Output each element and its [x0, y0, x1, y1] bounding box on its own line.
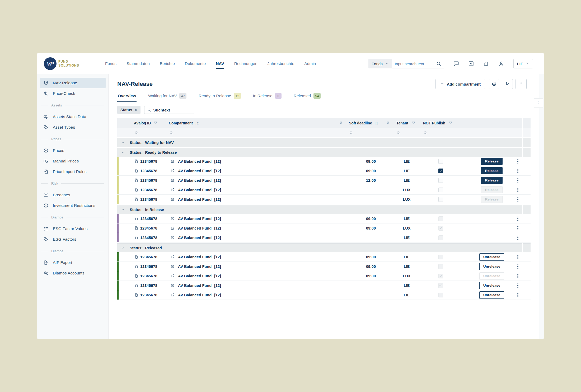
column-search-not_publish[interactable] — [420, 128, 461, 137]
row-menu-button[interactable] — [516, 225, 520, 231]
search-scope-select[interactable]: Fonds — [368, 59, 392, 68]
column-search-tenant[interactable] — [393, 128, 420, 137]
nav-item-fonds[interactable]: Fonds — [105, 61, 116, 66]
external-link-icon[interactable] — [170, 264, 175, 269]
filter-funnel-icon[interactable] — [448, 121, 453, 125]
copy-icon[interactable] — [134, 235, 138, 240]
nav-item-rechnungen[interactable]: Rechnungen — [234, 61, 257, 66]
row-menu-button[interactable] — [516, 292, 520, 298]
nav-item-stammdaten[interactable]: Stammdaten — [126, 61, 150, 66]
global-search-input[interactable] — [395, 62, 432, 66]
header-cell-not_publish[interactable]: NOT Publish — [420, 118, 461, 128]
external-link-icon[interactable] — [170, 255, 175, 259]
external-link-icon[interactable] — [170, 178, 175, 183]
not-publish-checkbox[interactable] — [438, 159, 443, 164]
chevron-down-icon[interactable] — [121, 141, 125, 144]
external-link-icon[interactable] — [170, 188, 175, 192]
external-link-icon[interactable] — [170, 197, 175, 202]
more-button[interactable] — [516, 79, 527, 89]
column-search-soft_deadline[interactable] — [346, 128, 393, 137]
tab-released[interactable]: Released54 — [293, 91, 321, 102]
chevron-down-icon[interactable] — [121, 151, 125, 154]
header-cell-compartment[interactable]: Compartment↓2 — [167, 118, 346, 128]
group-row-in-release[interactable]: Status:In Release — [117, 205, 531, 214]
file-upload-icon[interactable] — [468, 60, 474, 67]
search-icon[interactable] — [436, 61, 441, 66]
row-menu-button[interactable] — [516, 178, 520, 183]
status-filter-chip[interactable]: Status — [117, 106, 140, 114]
column-search-avaloq_id[interactable] — [132, 128, 167, 137]
header-cell-soft_deadline[interactable]: Soft deadline↓1 — [346, 118, 393, 128]
release-button[interactable]: Release — [481, 167, 503, 174]
copy-icon[interactable] — [134, 255, 138, 259]
copy-icon[interactable] — [134, 169, 138, 173]
header-cell-avaloq_id[interactable]: Avaloq ID — [132, 118, 167, 128]
unrelease-button[interactable]: Unrelease — [479, 253, 504, 261]
sidebar-item-diamos-accounts[interactable]: Diamos Accounts — [40, 268, 106, 278]
vp-fund-solutions-logo[interactable]: VP FUND SOLUTIONS — [44, 57, 79, 70]
filter-funnel-icon[interactable] — [153, 121, 158, 125]
sidebar-item-investment-restrictions[interactable]: Investment Restrictions — [40, 200, 106, 211]
row-menu-button[interactable] — [516, 264, 520, 269]
copy-icon[interactable] — [134, 188, 138, 192]
add-compartment-button[interactable]: Add compartment — [435, 79, 485, 89]
row-menu-button[interactable] — [516, 187, 520, 193]
row-menu-button[interactable] — [516, 235, 520, 241]
chevron-down-icon[interactable] — [121, 246, 125, 250]
close-icon[interactable] — [134, 108, 138, 112]
group-row-waiting-for-nav[interactable]: Status:Waiting for NAV — [117, 138, 531, 147]
group-row-released[interactable]: Status:Released — [117, 243, 531, 252]
unrelease-button[interactable]: Unrelease — [479, 282, 504, 289]
header-cell-tenant[interactable]: Tenant — [393, 118, 420, 128]
external-link-icon[interactable] — [170, 283, 175, 288]
not-publish-checkbox[interactable] — [438, 178, 443, 183]
sidebar-item-esg-factors[interactable]: ESG Factors — [40, 234, 106, 245]
sidebar-item-asset-types[interactable]: Asset Types — [40, 122, 106, 133]
tenant-select-button[interactable]: LIE — [513, 59, 533, 68]
chevron-down-icon[interactable] — [121, 208, 125, 212]
tab-waiting-for-nav[interactable]: Waiting for NAV47 — [148, 91, 187, 102]
group-row-ready-to-release[interactable]: Status:Ready to Release — [117, 148, 531, 157]
row-menu-button[interactable] — [516, 197, 520, 202]
filter-funnel-icon[interactable] — [386, 121, 390, 125]
release-button[interactable]: Release — [481, 158, 503, 165]
unrelease-button[interactable]: Unrelease — [479, 263, 504, 270]
copy-icon[interactable] — [134, 283, 138, 288]
nav-item-berichte[interactable]: Berichte — [160, 61, 175, 66]
external-link-icon[interactable] — [170, 226, 175, 230]
copy-icon[interactable] — [134, 159, 138, 164]
copy-icon[interactable] — [134, 293, 138, 297]
row-menu-button[interactable] — [516, 216, 520, 222]
copy-icon[interactable] — [134, 274, 138, 278]
sidebar-item-prices[interactable]: Prices — [40, 145, 106, 156]
nav-item-admin[interactable]: Admin — [304, 61, 316, 66]
sidebar-item-esg-factor-values[interactable]: ESG Factor Values — [40, 223, 106, 234]
release-button[interactable]: Release — [481, 177, 503, 184]
sidebar-item-assets-static-data[interactable]: Assets Static Data — [40, 111, 106, 122]
sidebar-item-nav-release[interactable]: NAV-Release — [40, 78, 106, 88]
row-menu-button[interactable] — [516, 273, 520, 279]
row-menu-button[interactable] — [516, 254, 520, 260]
tab-in-release[interactable]: In Release3 — [252, 91, 282, 102]
sidebar-item-manual-prices[interactable]: Manual Prices — [40, 156, 106, 166]
notifications-icon[interactable] — [483, 60, 489, 67]
sidebar-item-breaches[interactable]: Breaches — [40, 190, 106, 200]
tab-ready-to-release[interactable]: Ready to Release12 — [198, 91, 241, 102]
sidebar-item-aif-export[interactable]: AIF Export — [40, 257, 106, 268]
external-link-icon[interactable] — [170, 293, 175, 297]
sidebar-item-price-import-rules[interactable]: Price Import Rules — [40, 166, 106, 177]
not-publish-checkbox[interactable] — [438, 197, 443, 202]
copy-icon[interactable] — [134, 178, 138, 183]
table-search-input[interactable] — [153, 108, 188, 112]
copy-icon[interactable] — [134, 264, 138, 269]
nav-item-nav[interactable]: NAV — [216, 61, 224, 66]
feedback-icon[interactable] — [453, 60, 459, 67]
external-link-icon[interactable] — [170, 159, 175, 164]
print-button[interactable] — [489, 79, 499, 89]
column-search-compartment[interactable] — [167, 128, 346, 137]
run-button[interactable] — [502, 79, 513, 89]
not-publish-checkbox[interactable] — [438, 169, 443, 173]
collapse-panel-button[interactable] — [534, 98, 543, 108]
row-menu-button[interactable] — [516, 168, 520, 174]
not-publish-checkbox[interactable] — [438, 188, 443, 192]
